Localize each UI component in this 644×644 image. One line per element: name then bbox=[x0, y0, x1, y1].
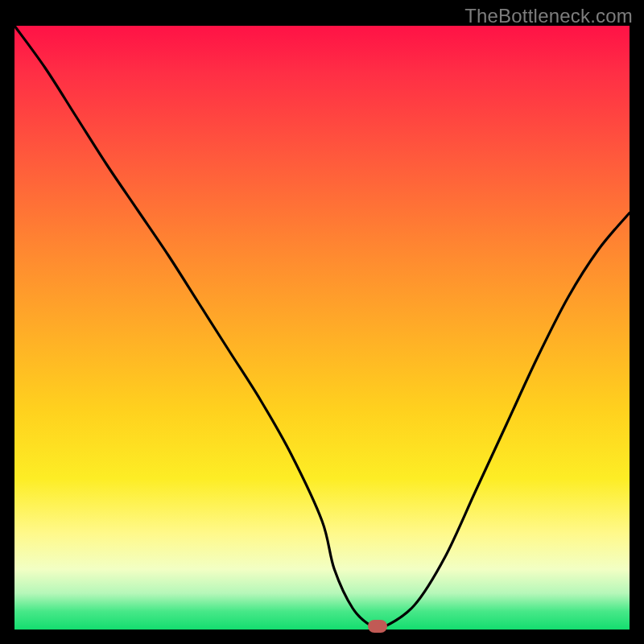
bottleneck-curve bbox=[14, 26, 630, 629]
watermark-text: TheBottleneck.com bbox=[464, 5, 633, 27]
bottleneck-curve-svg bbox=[14, 26, 630, 630]
optimal-marker bbox=[368, 620, 387, 633]
chart-frame bbox=[14, 26, 630, 630]
